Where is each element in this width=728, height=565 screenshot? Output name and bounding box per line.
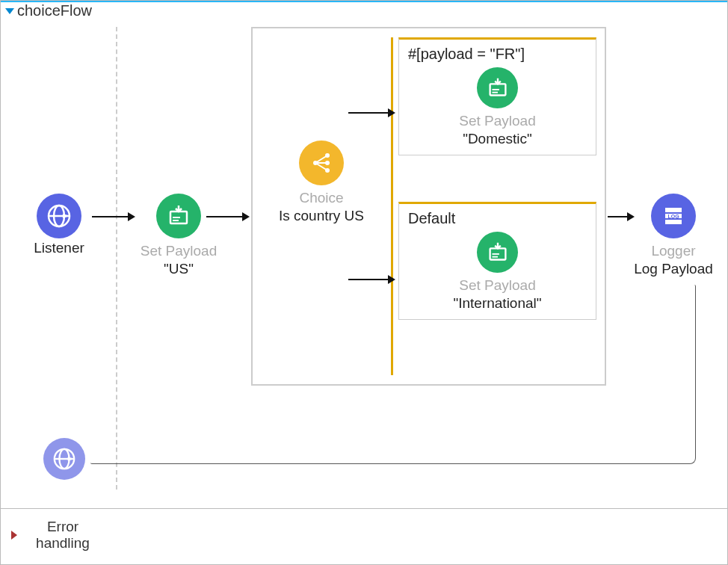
choice-branch-icon (299, 141, 344, 185)
choice-type: Choice (262, 190, 381, 206)
svg-rect-19 (665, 208, 682, 212)
arrow-icon (242, 212, 250, 221)
logger-icon: LOG (651, 194, 696, 238)
arrow-icon (388, 108, 395, 117)
choice-name: Is country US (262, 208, 381, 224)
set-payload-icon (156, 194, 201, 238)
connector (348, 112, 389, 114)
expand-caret-icon[interactable] (11, 531, 17, 540)
globe-icon (43, 438, 85, 480)
route-condition: #[payload = "FR"] (405, 46, 590, 67)
svg-text:LOG: LOG (667, 214, 679, 219)
choice-route-when[interactable]: #[payload = "FR"] Set Payload "Domestic" (398, 37, 596, 155)
collapse-caret-icon[interactable] (5, 8, 14, 14)
set-payload-value: "US" (126, 261, 231, 277)
arrow-icon (388, 275, 395, 284)
connector (348, 279, 389, 280)
logger-name: Log Payload (621, 261, 726, 277)
connector (206, 216, 244, 217)
error-listener-node[interactable] (31, 438, 98, 480)
route-condition: Default (405, 210, 590, 232)
svg-rect-21 (665, 220, 682, 224)
set-payload-us-node[interactable]: Set Payload "US" (126, 194, 231, 277)
logger-type: Logger (621, 243, 726, 259)
listener-label: Listener (7, 240, 111, 256)
flow-canvas[interactable]: choiceFlow Listener Set Payload "U (1, 1, 727, 509)
flow-header[interactable]: choiceFlow (5, 2, 92, 19)
logger-node[interactable]: LOG Logger Log Payload (621, 194, 726, 277)
set-payload-value: "Domestic" (405, 131, 590, 147)
feedback-connector (90, 285, 696, 464)
flow-top-border (1, 1, 727, 2)
globe-icon (37, 194, 81, 238)
error-handling-section[interactable]: Error handling (1, 509, 727, 561)
connector (92, 216, 129, 217)
set-payload-icon (477, 232, 518, 273)
set-payload-type: Set Payload (126, 243, 231, 259)
set-payload-icon (477, 67, 518, 108)
set-payload-type: Set Payload (405, 113, 590, 129)
flow-name: choiceFlow (17, 2, 92, 19)
error-handling-label: Error handling (29, 519, 96, 552)
choice-node[interactable]: Choice Is country US (262, 141, 381, 224)
listener-node[interactable]: Listener (7, 194, 111, 256)
